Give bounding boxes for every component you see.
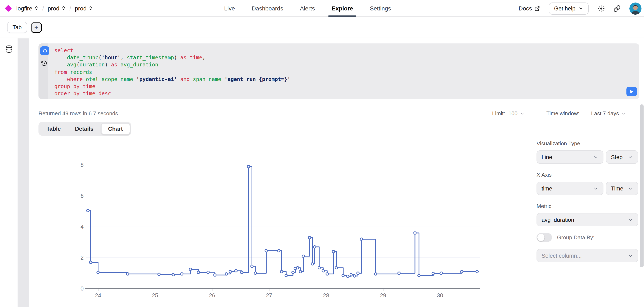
sort-updown-icon [62,6,66,10]
add-tab-button[interactable]: + [31,22,42,33]
nav-item-dashboards[interactable]: Dashboards [252,0,283,17]
chevron-down-icon [628,217,633,222]
logfire-logo-icon [5,4,12,12]
svg-text:25: 25 [152,292,158,299]
avg-duration-step-chart[interactable]: 0246824252627282930 [71,159,485,301]
org-name: logfire [16,5,32,11]
breadcrumb-separator: / [42,5,44,11]
svg-text:8: 8 [80,162,84,168]
visualization-type-value: Line [542,154,552,160]
result-view-tabs: Table Details Chart [38,122,131,136]
svg-text:4: 4 [80,224,84,230]
chevron-down-icon [628,154,633,160]
group-by-column-select[interactable]: Select column... [536,249,638,262]
project-name: prod [48,5,60,11]
line-style-select[interactable]: Step [606,150,638,164]
tab-chart[interactable]: Chart [101,123,130,134]
breadcrumb: logfire / prod / prod [6,5,93,11]
x-axis-column-value: time [542,185,552,192]
theme-toggle-button[interactable] [598,5,605,12]
group-data-toggle[interactable] [536,233,552,242]
chevron-down-icon [593,154,598,160]
svg-text:26: 26 [209,292,215,299]
nav-item-explore[interactable]: Explore [332,0,353,17]
query-tabs-bar: Tab + [0,17,644,38]
breadcrumb-separator: / [70,5,71,11]
query-status-text: Returned 49 rows in 6.7 seconds. [38,110,120,117]
sql-editor[interactable]: select date_trunc('hour', start_timestam… [38,43,640,99]
x-axis-type-value: Time [611,185,623,192]
get-help-label: Get help [554,5,576,11]
vertical-scrollbar[interactable] [640,104,644,267]
metric-value: avg_duration [542,217,574,223]
svg-text:2: 2 [80,255,84,261]
toggle-knob [537,234,544,241]
main-nav: Live Dashboards Alerts Explore Settings [224,0,391,17]
chevron-down-icon [593,186,598,191]
user-avatar[interactable] [629,2,642,14]
visualization-type-label: Visualization Type [536,140,638,147]
sort-updown-icon [89,6,93,10]
x-axis-label: X Axis [536,172,638,178]
chevron-down-icon [628,253,633,258]
group-by-placeholder: Select column... [542,253,582,259]
link-icon [614,5,620,12]
results-status-row: Returned 49 rows in 6.7 seconds. Limit: … [38,110,626,117]
play-icon [629,89,634,94]
format-code-button[interactable] [40,46,49,55]
x-axis-type-select[interactable]: Time [606,182,638,195]
x-axis-column-select[interactable]: time [536,182,604,195]
code-icon [42,48,48,53]
avatar-image [629,2,642,14]
svg-text:24: 24 [95,292,101,299]
group-data-by-label: Group Data By: [557,234,594,241]
time-window-label: Time window: [546,110,580,117]
get-help-button[interactable]: Get help [549,2,589,14]
nav-item-settings[interactable]: Settings [370,0,391,17]
line-style-value: Step [611,154,623,160]
limit-value: 100 [508,110,518,117]
nav-item-live[interactable]: Live [224,0,235,17]
query-tab[interactable]: Tab [7,22,27,33]
results-controls: Limit: 100 Time window: Last 7 days [492,110,626,117]
visualization-type-select[interactable]: Line [536,150,604,164]
external-link-icon [534,6,540,11]
time-window-select[interactable]: Last 7 days [591,110,626,117]
schema-browser-button[interactable] [4,45,14,53]
docs-link[interactable]: Docs [518,5,540,12]
chevron-down-icon [628,186,633,191]
chart-options-panel: Visualization Type Line Step X Axis time… [536,140,638,262]
tab-details[interactable]: Details [68,124,100,134]
project-switcher[interactable]: prod [48,5,66,11]
metric-select[interactable]: avg_duration [536,213,638,226]
org-switcher[interactable]: logfire [16,5,38,11]
sun-icon [598,5,605,12]
left-rail [0,38,18,307]
env-name: prod [75,5,86,11]
env-switcher[interactable]: prod [75,5,93,11]
nav-item-alerts[interactable]: Alerts [300,0,315,17]
history-icon [41,60,47,66]
sql-query-text[interactable]: select date_trunc('hour', start_timestam… [54,47,290,97]
metric-label: Metric [536,203,638,209]
run-query-button[interactable] [626,87,637,96]
tab-table[interactable]: Table [40,124,68,134]
chevron-down-icon [578,6,583,11]
docs-label: Docs [518,5,532,12]
top-navbar: logfire / prod / prod Live Dashboards Al… [0,0,644,17]
svg-text:28: 28 [323,292,329,299]
limit-select[interactable]: 100 [508,110,524,117]
svg-text:29: 29 [380,292,386,299]
panel-resizer[interactable] [18,38,29,307]
share-link-button[interactable] [614,5,620,12]
svg-text:0: 0 [80,286,84,292]
svg-text:6: 6 [80,193,84,199]
svg-text:27: 27 [266,292,272,299]
svg-text:30: 30 [437,292,443,299]
sort-updown-icon [34,6,38,10]
limit-label: Limit: [492,110,505,117]
navbar-actions: Docs Get help [518,0,642,17]
logfire-app: logfire / prod / prod Live Dashboards Al… [0,0,644,307]
chevron-down-icon [621,111,626,116]
query-history-button[interactable] [41,60,47,68]
